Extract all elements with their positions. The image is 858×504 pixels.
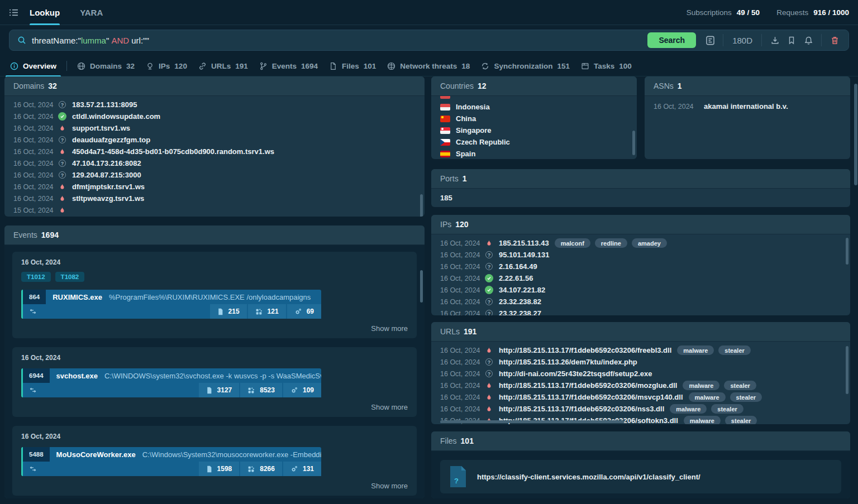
files-count[interactable]: 3127: [199, 383, 240, 397]
events-list: 16 Oct, 2024 T1012 T1082 864 RUXIMICS.ex…: [4, 245, 425, 498]
threat-tag[interactable]: malware: [670, 404, 707, 414]
url-row[interactable]: 16 Oct, 2024 ? http://di-nai.com/25r43te…: [431, 368, 850, 380]
ip-row[interactable]: 16 Oct, 2024 ? 95.101.149.131: [431, 249, 850, 261]
unknown-file-icon: ?: [449, 465, 467, 488]
port-row[interactable]: 185: [431, 189, 850, 207]
search-query[interactable]: threatName:"lumma" AND url:"": [32, 36, 149, 45]
process-entry[interactable]: 864 RUXIMICS.exe %ProgramFiles%\RUXIM\RU…: [21, 290, 321, 319]
time-range-selector[interactable]: 180D: [728, 36, 757, 45]
processes-count[interactable]: 109: [283, 383, 321, 397]
country-row[interactable]: Czech Republic: [431, 136, 637, 148]
processes-count[interactable]: 131: [283, 462, 321, 476]
threat-tag[interactable]: redline: [595, 238, 627, 248]
ip-row[interactable]: 16 Oct, 2024 34.107.221.82: [431, 284, 850, 296]
ip-row[interactable]: 16 Oct, 2024 2.22.61.56: [431, 272, 850, 284]
file-row[interactable]: ? https://classify-client.services.mozil…: [440, 460, 841, 493]
tab-tasks[interactable]: Tasks100: [575, 56, 637, 76]
show-more-link[interactable]: Show more: [21, 324, 408, 333]
domain-row[interactable]: 16 Oct, 2024 ? 183.57.21.131:8095: [4, 99, 425, 111]
registry-count[interactable]: 8266: [240, 462, 282, 476]
tab-files[interactable]: Files101: [323, 56, 382, 76]
tab-network-threats[interactable]: Network threats18: [382, 56, 475, 76]
threat-tag[interactable]: malware: [677, 345, 714, 355]
threat-tag[interactable]: malware: [683, 381, 719, 390]
search-input[interactable]: threatName:"lumma" AND url:"" Search 180…: [9, 30, 849, 51]
bookmark-icon[interactable]: [783, 32, 800, 48]
domains-scrollbar[interactable]: [420, 194, 423, 217]
url-row[interactable]: 16 Oct, 2024 http://185.215.113.17/f1dde…: [431, 403, 850, 415]
ips-scrollbar[interactable]: [846, 238, 849, 265]
process-entry[interactable]: 5488 MoUsoCoreWorker.exe C:\Windows\Syst…: [21, 447, 321, 476]
domain-row[interactable]: 16 Oct, 2024 ctldl.windowsupdate.com: [4, 111, 425, 122]
domain-row[interactable]: 16 Oct, 2024 support.tsrv1.ws: [4, 122, 425, 134]
ttp-tag[interactable]: T1082: [55, 272, 85, 282]
country-row[interactable]: Singapore: [431, 124, 637, 136]
files-count[interactable]: 1598: [199, 462, 240, 476]
domain-row[interactable]: 15 Oct, 2024: [4, 204, 425, 216]
country-row[interactable]: Spain: [431, 148, 637, 159]
url-row[interactable]: 16 Oct, 2024 ? http://185.215.113.26/dem…: [431, 356, 850, 368]
nav-tab-yara[interactable]: YARA: [80, 0, 103, 25]
query-builder-icon[interactable]: [702, 32, 718, 48]
threat-tag[interactable]: malconf: [555, 238, 590, 248]
threat-tag[interactable]: stealer: [711, 404, 743, 414]
url-row[interactable]: 16 Oct, 2024 http://185.215.113.17/f1dde…: [431, 380, 850, 391]
nav-tab-lookup[interactable]: Lookup: [30, 0, 60, 25]
ttp-tag[interactable]: T1012: [21, 272, 51, 282]
tab-domains[interactable]: Domains32: [72, 56, 140, 76]
urls-scrollbar[interactable]: [846, 346, 849, 394]
registry-count[interactable]: 121: [248, 304, 286, 319]
domain-row[interactable]: 16 Oct, 2024 450d4a71-458d-4d35-bd01-b07…: [4, 146, 425, 157]
country-row[interactable]: Indonesia: [431, 101, 637, 113]
show-more-link[interactable]: Show more: [21, 482, 408, 490]
tab-overview[interactable]: Overview: [4, 56, 62, 76]
ports-panel-header: Ports1: [431, 169, 850, 189]
files-list: ? https://classify-client.services.mozil…: [431, 451, 850, 498]
domain-row[interactable]: 16 Oct, 2024 ? deauduafzgezzfgm.top: [4, 134, 425, 146]
processes-count[interactable]: 69: [287, 304, 321, 319]
search-button[interactable]: Search: [647, 32, 696, 48]
domain-row[interactable]: 16 Oct, 2024 stltpweavzg.tsrv1.ws: [4, 193, 425, 204]
country-row-clipped[interactable]: [431, 96, 637, 101]
asn-row[interactable]: 16 Oct, 2024 akamai international b.v.: [645, 100, 850, 112]
threat-tag[interactable]: stealer: [724, 381, 756, 390]
page-scrollbar[interactable]: [854, 84, 857, 185]
process-entry[interactable]: 6944 svchost.exe C:\WINDOWS\system32\svc…: [21, 368, 321, 397]
threat-tag[interactable]: stealer: [725, 416, 757, 424]
ip-row[interactable]: 16 Oct, 2024 ? 2.16.164.49: [431, 261, 850, 272]
domain-row[interactable]: 16 Oct, 2024 ? 129.204.87.215:3000: [4, 169, 425, 181]
events-panel-header: Events1694: [4, 225, 425, 245]
menu-list-icon[interactable]: [9, 8, 18, 17]
threat-tag[interactable]: stealer: [730, 392, 762, 402]
country-row[interactable]: China: [431, 113, 637, 124]
tab-events[interactable]: Events1694: [254, 56, 323, 76]
ip-row[interactable]: 16 Oct, 2024 ? 23.32.238.82: [431, 296, 850, 308]
toolbar-divider: [723, 34, 723, 46]
process-pid-badge: 6944: [23, 368, 50, 383]
threat-tag[interactable]: amadey: [632, 238, 667, 248]
tab-ips[interactable]: IPs120: [140, 56, 193, 76]
threat-tag[interactable]: malware: [684, 416, 721, 424]
threat-tag[interactable]: stealer: [718, 345, 750, 355]
ip-row[interactable]: 16 Oct, 2024 ? 23.32.238.27: [431, 308, 850, 315]
clear-trash-icon[interactable]: [826, 32, 843, 48]
tab-urls[interactable]: URLs191: [193, 56, 254, 76]
notifications-bell-icon[interactable]: [800, 32, 817, 48]
registry-count[interactable]: 8523: [240, 383, 282, 397]
domain-row[interactable]: 16 Oct, 2024 dfmtjmptskr.tsrv1.ws: [4, 181, 425, 193]
url-row[interactable]: 16 Oct, 2024 http://185.215.113.17/f1dde…: [431, 344, 850, 356]
files-count[interactable]: 215: [210, 304, 247, 319]
threat-tag[interactable]: malware: [689, 392, 726, 402]
download-icon[interactable]: [766, 32, 783, 48]
domain-row-clipped[interactable]: [4, 216, 425, 217]
countries-panel-header: Countries12: [431, 76, 637, 96]
singapore-flag-icon: [440, 127, 450, 134]
countries-scrollbar[interactable]: [632, 131, 635, 155]
show-more-link[interactable]: Show more: [21, 403, 408, 411]
tab-synchronization[interactable]: Synchronization151: [475, 56, 575, 76]
urls-horizontal-scrollbar[interactable]: [440, 420, 625, 423]
ip-row[interactable]: 16 Oct, 2024 185.215.113.43 malconf redl…: [431, 237, 850, 249]
events-scrollbar[interactable]: [420, 270, 423, 303]
domain-row[interactable]: 16 Oct, 2024 ? 47.104.173.216:8082: [4, 157, 425, 169]
url-row[interactable]: 16 Oct, 2024 http://185.215.113.17/f1dde…: [431, 391, 850, 403]
